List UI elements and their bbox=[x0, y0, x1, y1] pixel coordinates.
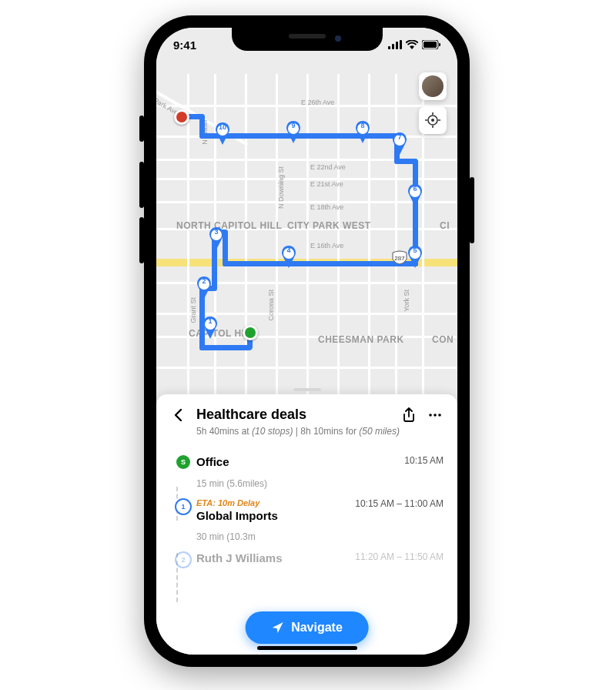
stop-time: 10:15 AM bbox=[404, 455, 444, 466]
stop-name: Global Imports bbox=[196, 509, 355, 522]
signal-icon bbox=[388, 40, 402, 49]
svg-rect-0 bbox=[388, 46, 390, 49]
map-pin-3[interactable]: 3 bbox=[208, 226, 225, 250]
navigate-label: Navigate bbox=[291, 621, 343, 635]
map-pin-6[interactable]: 6 bbox=[407, 183, 424, 206]
battery-icon bbox=[422, 40, 440, 49]
start-marker: S bbox=[176, 455, 190, 469]
stop-marker: 1 bbox=[175, 498, 192, 515]
map-pin-7[interactable]: 7 bbox=[391, 132, 408, 155]
share-icon bbox=[402, 407, 416, 423]
navigate-button[interactable]: Navigate bbox=[245, 611, 369, 644]
stop-row-2[interactable]: 2 Ruth J Williams 11:20 AM – 11:50 AM bbox=[156, 544, 457, 576]
chevron-left-icon bbox=[173, 408, 184, 422]
route-end-dot bbox=[174, 109, 189, 125]
stop-eta-delay: ETA: 10m Delay bbox=[196, 498, 355, 507]
avatar-button[interactable] bbox=[419, 72, 447, 100]
svg-point-24 bbox=[429, 414, 432, 417]
route-line bbox=[156, 28, 457, 405]
svg-point-25 bbox=[434, 414, 437, 417]
svg-rect-6 bbox=[439, 43, 440, 46]
phone-frame: 9:41 bbox=[144, 15, 470, 667]
locate-button[interactable] bbox=[419, 106, 447, 134]
leg-info: 30 min (10.3m bbox=[156, 530, 457, 544]
wifi-icon bbox=[406, 40, 418, 49]
stop-time: 10:15 AM – 11:00 AM bbox=[355, 498, 444, 509]
status-indicators bbox=[388, 40, 440, 49]
more-icon bbox=[428, 408, 442, 422]
svg-rect-3 bbox=[400, 40, 402, 49]
svg-point-26 bbox=[438, 414, 441, 417]
share-button[interactable] bbox=[400, 407, 417, 423]
leg-info: 15 min (5.6miles) bbox=[156, 477, 457, 491]
sheet-grab-handle[interactable] bbox=[293, 388, 321, 391]
route-subtitle: 5h 40mins at (10 stops) | 8h 10mins for … bbox=[156, 426, 457, 447]
more-button[interactable] bbox=[427, 408, 444, 422]
map-pin-10[interactable]: 10 bbox=[214, 122, 231, 145]
screen: 9:41 bbox=[156, 28, 457, 655]
map-pin-4[interactable]: 4 bbox=[280, 245, 297, 268]
stop-name: Office bbox=[196, 455, 404, 468]
highway-shield: 287 bbox=[391, 250, 408, 267]
map-pin-5[interactable]: 5 bbox=[407, 245, 424, 268]
route-title: Healthcare deals bbox=[196, 407, 391, 423]
svg-point-19 bbox=[431, 119, 434, 122]
stop-row-start[interactable]: S Office 10:15 AM bbox=[156, 447, 457, 477]
navigate-icon bbox=[271, 621, 283, 634]
back-button[interactable] bbox=[170, 408, 187, 422]
stop-time: 11:20 AM – 11:50 AM bbox=[355, 551, 444, 562]
svg-text:287: 287 bbox=[394, 255, 405, 262]
route-start-dot bbox=[243, 325, 258, 340]
avatar-icon bbox=[422, 75, 444, 97]
target-icon bbox=[425, 112, 440, 128]
map-pin-8[interactable]: 8 bbox=[354, 120, 371, 143]
stop-name: Ruth J Williams bbox=[196, 551, 355, 564]
status-time: 9:41 bbox=[173, 39, 196, 52]
map-pin-9[interactable]: 9 bbox=[285, 120, 302, 143]
notch bbox=[232, 28, 383, 51]
route-sheet[interactable]: Healthcare deals 5h 40mins at (10 stops)… bbox=[156, 394, 457, 655]
map-pin-1[interactable]: 1 bbox=[202, 316, 219, 339]
svg-rect-1 bbox=[392, 44, 394, 49]
stop-marker: 2 bbox=[175, 551, 192, 568]
home-indicator[interactable] bbox=[257, 646, 357, 650]
svg-rect-5 bbox=[424, 42, 437, 48]
map-pin-2[interactable]: 2 bbox=[196, 276, 213, 299]
svg-rect-2 bbox=[396, 42, 398, 49]
stop-row-1[interactable]: 1 ETA: 10m Delay Global Imports 10:15 AM… bbox=[156, 491, 457, 530]
map[interactable]: NORTH CAPITOL HILL CITY PARK WEST CAPITO… bbox=[156, 28, 457, 405]
